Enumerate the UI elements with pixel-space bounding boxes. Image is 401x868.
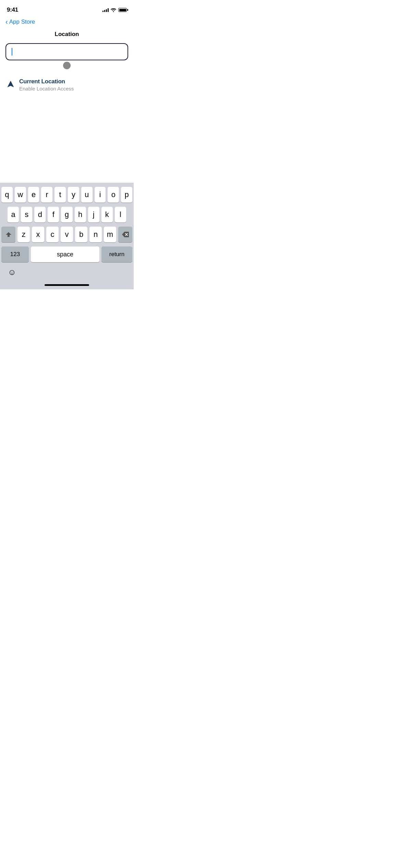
back-navigation: ‹ App Store [0, 17, 134, 28]
key-y[interactable]: y [68, 187, 79, 203]
status-bar: 9:41 [0, 0, 134, 17]
key-p[interactable]: p [121, 187, 132, 203]
emoji-button[interactable]: ☺ [7, 267, 17, 277]
key-e[interactable]: e [28, 187, 39, 203]
key-i[interactable]: i [95, 187, 106, 203]
key-x[interactable]: x [32, 227, 44, 242]
text-cursor [12, 48, 12, 56]
key-b[interactable]: b [75, 227, 87, 242]
keyboard-bottom-row: 123 space return [1, 246, 132, 262]
key-k[interactable]: k [101, 207, 113, 222]
key-u[interactable]: u [81, 187, 93, 203]
key-g[interactable]: g [61, 207, 72, 222]
key-v[interactable]: v [61, 227, 73, 242]
current-location-item[interactable]: Current Location Enable Location Access [0, 73, 134, 97]
keyboard-row-3: z x c v b n m [1, 227, 132, 242]
status-icons [102, 8, 127, 12]
key-w[interactable]: w [15, 187, 26, 203]
key-n[interactable]: n [89, 227, 102, 242]
key-m[interactable]: m [104, 227, 116, 242]
key-z[interactable]: z [17, 227, 30, 242]
location-arrow-icon [7, 80, 14, 89]
back-label: App Store [9, 19, 35, 25]
keyboard: q w e r t y u i o p a s d f g h j k l z … [0, 183, 134, 289]
key-f[interactable]: f [48, 207, 59, 222]
delete-key[interactable] [118, 227, 132, 242]
keyboard-row-1: q w e r t y u i o p [1, 187, 132, 203]
chevron-left-icon: ‹ [5, 18, 8, 25]
page-title: Location [55, 31, 79, 38]
scroll-indicator [0, 62, 134, 69]
home-bar [45, 284, 89, 286]
keyboard-row-2: a s d f g h j k l [1, 207, 132, 222]
emoji-bar: ☺ [1, 265, 132, 284]
key-j[interactable]: j [88, 207, 99, 222]
shift-key[interactable] [1, 227, 15, 242]
current-location-title: Current Location [19, 78, 74, 85]
location-text-group: Current Location Enable Location Access [19, 78, 74, 92]
key-c[interactable]: c [46, 227, 59, 242]
scroll-dot [63, 62, 71, 69]
current-location-subtitle: Enable Location Access [19, 86, 74, 92]
numbers-key[interactable]: 123 [1, 246, 29, 262]
wifi-icon [111, 8, 116, 12]
signal-icon [102, 8, 109, 12]
back-button[interactable]: ‹ App Store [5, 19, 35, 25]
battery-icon [118, 8, 127, 12]
page-header: Location [0, 28, 134, 43]
return-key[interactable]: return [101, 246, 132, 262]
space-key[interactable]: space [31, 246, 99, 262]
search-container [0, 43, 134, 60]
key-a[interactable]: a [8, 207, 19, 222]
status-time: 9:41 [7, 7, 18, 13]
key-r[interactable]: r [41, 187, 52, 203]
key-l[interactable]: l [115, 207, 126, 222]
key-s[interactable]: s [21, 207, 32, 222]
key-o[interactable]: o [108, 187, 119, 203]
search-input[interactable] [5, 43, 128, 60]
key-q[interactable]: q [1, 187, 13, 203]
home-indicator [1, 284, 132, 288]
key-h[interactable]: h [75, 207, 86, 222]
key-t[interactable]: t [54, 187, 66, 203]
key-d[interactable]: d [34, 207, 46, 222]
